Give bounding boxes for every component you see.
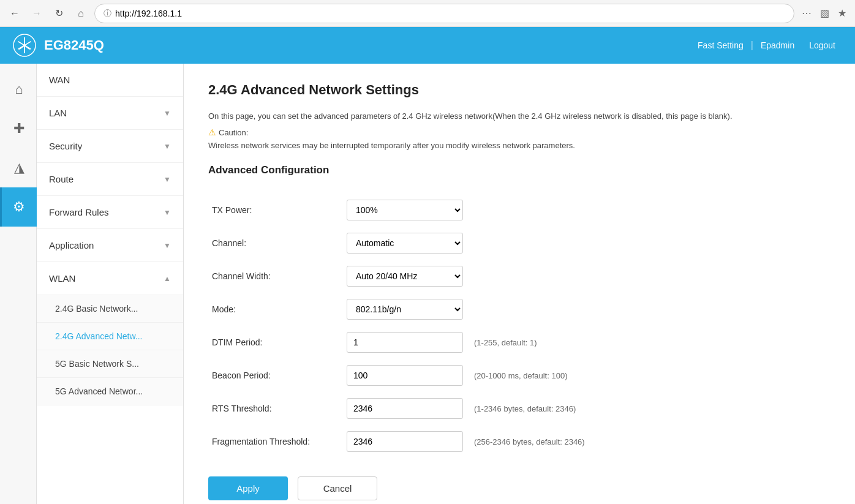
- field-input-mode: 802.11b/g/n 802.11b/g 802.11n: [343, 293, 467, 326]
- table-row: Fragmentation Threshold: (256-2346 bytes…: [208, 425, 831, 458]
- field-hint-channel-width: [467, 260, 831, 293]
- field-hint-rts: (1-2346 bytes, default: 2346): [467, 392, 831, 425]
- lock-icon: ⓘ: [104, 8, 111, 19]
- brand-name: EG8245Q: [44, 37, 104, 53]
- shield-button[interactable]: ▧: [818, 5, 832, 21]
- url-input[interactable]: [115, 9, 785, 18]
- logout-link[interactable]: Logout: [802, 40, 843, 50]
- sidebar-icon-home[interactable]: ⌂: [0, 70, 37, 109]
- nav-sub-item-2g-basic-label: 2.4G Basic Network...: [55, 304, 138, 314]
- nav-sub-item-5g-basic-label: 5G Basic Network S...: [55, 359, 139, 369]
- bookmark-button[interactable]: ★: [835, 5, 849, 21]
- field-label-dtim: DTIM Period:: [208, 326, 343, 359]
- nav-item-forward-rules-label: Forward Rules: [49, 207, 109, 217]
- epadmin-link[interactable]: Epadmin: [753, 40, 802, 50]
- form-table: TX Power: 100% 75% 50% 25% Channel:: [208, 194, 831, 458]
- field-input-frag: [343, 425, 467, 458]
- field-hint-beacon: (20-1000 ms, default: 100): [467, 359, 831, 392]
- nav-item-forward-rules[interactable]: Forward Rules ▼: [37, 196, 183, 229]
- reload-button[interactable]: ↻: [50, 5, 67, 22]
- main-content: 2.4G Advanced Network Settings On this p…: [184, 64, 855, 504]
- nav-sub-item-5g-advanced-label: 5G Advanced Networ...: [55, 386, 143, 396]
- field-label-beacon: Beacon Period:: [208, 359, 343, 392]
- nav-item-route[interactable]: Route ▼: [37, 163, 183, 196]
- forward-button[interactable]: →: [28, 5, 45, 22]
- nav-item-wan[interactable]: WAN: [37, 64, 183, 97]
- channel-select[interactable]: Automatic 1234 5678 91011: [347, 233, 463, 254]
- nav-item-route-label: Route: [49, 174, 73, 184]
- monitor-icon: ◮: [14, 160, 24, 176]
- table-row: RTS Threshold: (1-2346 bytes, default: 2…: [208, 392, 831, 425]
- gear-icon: ⚙: [13, 199, 25, 215]
- back-button[interactable]: ←: [6, 5, 23, 22]
- fast-setting-link[interactable]: Fast Setting: [690, 40, 751, 50]
- nav-sub-item-2g-basic[interactable]: 2.4G Basic Network...: [37, 295, 183, 323]
- beacon-input[interactable]: [347, 365, 463, 386]
- nav-item-application[interactable]: Application ▼: [37, 229, 183, 262]
- caution-text: Wireless network services may be interru…: [208, 140, 831, 152]
- nav-item-security-label: Security: [49, 141, 82, 151]
- field-label-channel: Channel:: [208, 227, 343, 260]
- tx-power-select[interactable]: 100% 75% 50% 25%: [347, 200, 463, 220]
- field-hint-mode: [467, 293, 831, 326]
- apply-button[interactable]: Apply: [208, 476, 288, 500]
- mode-select[interactable]: 802.11b/g/n 802.11b/g 802.11n: [347, 299, 463, 320]
- nav-item-application-label: Application: [49, 240, 94, 250]
- top-nav-links: Fast Setting | Epadmin Logout: [690, 40, 843, 51]
- table-row: Beacon Period: (20-1000 ms, default: 100…: [208, 359, 831, 392]
- cancel-button[interactable]: Cancel: [298, 476, 377, 500]
- brand: EG8245Q: [12, 33, 104, 58]
- field-label-tx-power: TX Power:: [208, 194, 343, 227]
- table-row: Channel: Automatic 1234 5678 91011: [208, 227, 831, 260]
- field-input-beacon: [343, 359, 467, 392]
- nav-item-security[interactable]: Security ▼: [37, 130, 183, 163]
- table-row: Channel Width: Auto 20/40 MHz 20 MHz 40 …: [208, 260, 831, 293]
- address-bar: ⓘ: [94, 4, 794, 23]
- nav-item-wan-label: WAN: [49, 75, 70, 85]
- nav-sidebar: WAN LAN ▼ Security ▼ Route ▼ Forward Rul…: [37, 64, 184, 504]
- nav-item-lan[interactable]: LAN ▼: [37, 97, 183, 130]
- nav-sub-item-2g-advanced-label: 2.4G Advanced Netw...: [55, 331, 142, 341]
- caution-label: Caution:: [219, 127, 248, 140]
- chevron-down-icon: ▼: [164, 175, 171, 184]
- field-input-channel: Automatic 1234 5678 91011: [343, 227, 467, 260]
- chevron-down-icon: ▼: [164, 109, 171, 118]
- rts-input[interactable]: [347, 398, 463, 419]
- app-layout: ⌂ ✚ ◮ ⚙ WAN LAN ▼ Security ▼ Route ▼ For…: [0, 64, 855, 504]
- field-label-mode: Mode:: [208, 293, 343, 326]
- form-actions: Apply Cancel: [208, 476, 831, 500]
- page-title: 2.4G Advanced Network Settings: [208, 82, 831, 98]
- table-row: TX Power: 100% 75% 50% 25%: [208, 194, 831, 227]
- chevron-down-icon: ▼: [164, 142, 171, 151]
- field-hint-channel: [467, 227, 831, 260]
- table-row: Mode: 802.11b/g/n 802.11b/g 802.11n: [208, 293, 831, 326]
- nav-sub-item-2g-advanced[interactable]: 2.4G Advanced Netw...: [37, 323, 183, 350]
- description-text: On this page, you can set the advanced p…: [208, 110, 831, 123]
- nav-item-wlan[interactable]: WLAN ▲: [37, 262, 183, 295]
- sidebar-icon-settings[interactable]: ⚙: [0, 187, 37, 227]
- more-button[interactable]: ⋯: [799, 5, 814, 21]
- home-button[interactable]: ⌂: [72, 5, 89, 22]
- browser-bar: ← → ↻ ⌂ ⓘ ⋯ ▧ ★: [0, 0, 855, 27]
- tools-icon: ✚: [13, 121, 24, 137]
- dtim-input[interactable]: [347, 332, 463, 353]
- sidebar-icon-monitor[interactable]: ◮: [0, 148, 37, 187]
- field-input-rts: [343, 392, 467, 425]
- nav-sub-item-5g-advanced[interactable]: 5G Advanced Networ...: [37, 378, 183, 405]
- channel-width-select[interactable]: Auto 20/40 MHz 20 MHz 40 MHz: [347, 266, 463, 287]
- field-label-channel-width: Channel Width:: [208, 260, 343, 293]
- top-nav: EG8245Q Fast Setting | Epadmin Logout: [0, 27, 855, 64]
- field-label-frag: Fragmentation Threshold:: [208, 425, 343, 458]
- chevron-down-icon: ▼: [164, 208, 171, 217]
- chevron-down-icon: ▼: [164, 241, 171, 250]
- huawei-logo-icon: [12, 33, 37, 58]
- sidebar-icon-tools[interactable]: ✚: [0, 109, 37, 148]
- chevron-up-icon: ▲: [164, 274, 171, 283]
- browser-actions: ⋯ ▧ ★: [799, 5, 849, 21]
- field-hint-frag: (256-2346 bytes, default: 2346): [467, 425, 831, 458]
- field-label-rts: RTS Threshold:: [208, 392, 343, 425]
- nav-sub-item-5g-basic[interactable]: 5G Basic Network S...: [37, 350, 183, 378]
- section-title: Advanced Configuration: [208, 164, 831, 181]
- frag-input[interactable]: [347, 431, 463, 452]
- nav-item-wlan-label: WLAN: [49, 273, 75, 284]
